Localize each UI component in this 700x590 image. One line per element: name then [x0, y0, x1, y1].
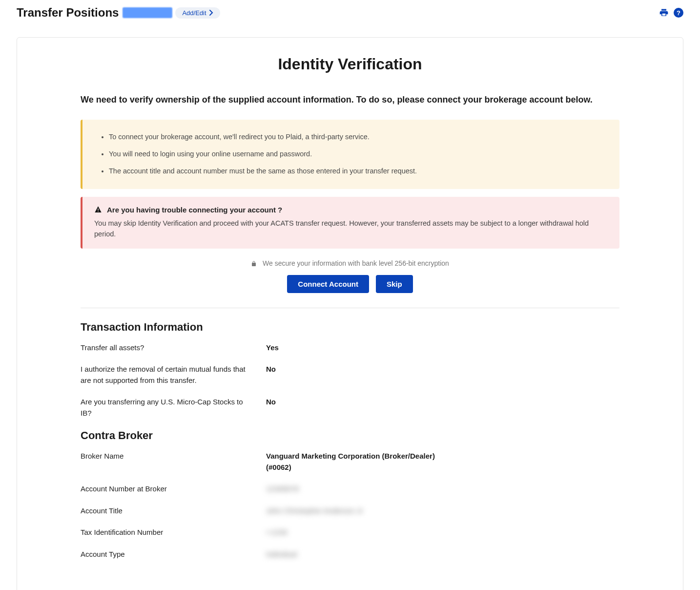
- table-row: Account Number at Broker 12345678: [81, 484, 619, 495]
- chevron-right-icon: [209, 10, 213, 16]
- lock-icon: [251, 260, 257, 267]
- trouble-callout: Are you having trouble connecting your a…: [81, 197, 619, 249]
- kv-label: Broker Name: [81, 451, 266, 462]
- print-button[interactable]: [659, 8, 669, 18]
- secure-line: We secure your information with bank lev…: [81, 259, 619, 267]
- connect-account-button[interactable]: Connect Account: [287, 275, 369, 293]
- table-row: Account Title John Christopher Anderson …: [81, 506, 619, 517]
- table-row: Broker Name Vanguard Marketing Corporati…: [81, 451, 619, 473]
- info-callout: To connect your brokerage account, we'll…: [81, 120, 619, 189]
- info-point: To connect your brokerage account, we'll…: [109, 128, 608, 146]
- help-button[interactable]: ?: [674, 8, 683, 18]
- kv-label: Account Type: [81, 549, 266, 560]
- kv-value: Vanguard Marketing Corporation (Broker/D…: [266, 451, 447, 473]
- add-edit-label: Add/Edit: [182, 9, 206, 17]
- trouble-body: You may skip Identity Verification and p…: [94, 218, 608, 240]
- kv-label: I authorize the removal of certain mutua…: [81, 364, 266, 386]
- warning-icon: [94, 206, 102, 213]
- divider: [81, 308, 619, 308]
- transaction-info-title: Transaction Information: [81, 321, 619, 334]
- table-row: Tax Identification Number •-1234: [81, 527, 619, 538]
- kv-label: Transfer all assets?: [81, 342, 266, 354]
- table-row: I authorize the removal of certain mutua…: [81, 364, 619, 386]
- kv-value-redacted: •-1234: [266, 527, 288, 538]
- skip-button[interactable]: Skip: [376, 275, 413, 293]
- kv-value: No: [266, 364, 276, 375]
- kv-value-redacted: John Christopher Anderson Jr: [266, 506, 363, 517]
- main-card: Identity Verification We need to verify …: [17, 37, 683, 590]
- section-heading: Identity Verification: [81, 55, 619, 73]
- kv-value: Yes: [266, 342, 279, 354]
- kv-label: Tax Identification Number: [81, 527, 266, 538]
- contra-broker-title: Contra Broker: [81, 429, 619, 442]
- kv-label: Account Number at Broker: [81, 484, 266, 495]
- header-bar: Transfer Positions Add/Edit ?: [0, 0, 700, 25]
- question-icon: ?: [677, 9, 680, 17]
- svg-rect-1: [98, 211, 98, 211]
- account-id-redacted: [123, 7, 172, 18]
- table-row: Account Type Individual: [81, 549, 619, 560]
- kv-value-redacted: Individual: [266, 549, 297, 560]
- table-row: Transfer all assets? Yes: [81, 342, 619, 354]
- table-row: Are you transferring any U.S. Micro-Cap …: [81, 397, 619, 419]
- print-icon: [659, 8, 669, 18]
- kv-label: Are you transferring any U.S. Micro-Cap …: [81, 397, 266, 419]
- verification-subheading: We need to verify ownership of the suppl…: [81, 95, 619, 105]
- info-point: You will need to login using your online…: [109, 146, 608, 163]
- kv-value: No: [266, 397, 276, 408]
- secure-text: We secure your information with bank lev…: [263, 259, 449, 267]
- page-title: Transfer Positions: [17, 6, 119, 20]
- kv-value-redacted: 12345678: [266, 484, 299, 495]
- add-edit-button[interactable]: Add/Edit: [175, 7, 220, 19]
- kv-label: Account Title: [81, 506, 266, 517]
- trouble-title: Are you having trouble connecting your a…: [107, 206, 282, 214]
- info-point: The account title and account number mus…: [109, 163, 608, 180]
- svg-rect-0: [98, 209, 98, 211]
